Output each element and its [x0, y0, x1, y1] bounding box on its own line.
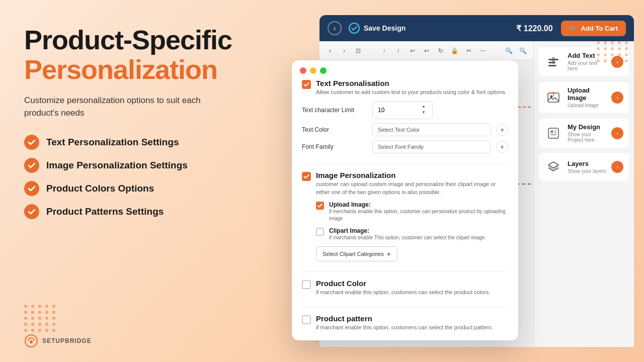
- stepper-up[interactable]: ▲: [420, 105, 427, 110]
- undo-btn[interactable]: ↑: [379, 45, 390, 56]
- upload-image-title: Upload Image: [568, 86, 606, 102]
- product-color-info: Product Color if marchant enable this op…: [316, 279, 491, 296]
- clipart-image-sub-label: Clipart Image:: [329, 227, 486, 234]
- text-personalization-section: Text Personalisation Allow customer to a…: [302, 79, 508, 153]
- more-btn[interactable]: ⋯: [477, 45, 489, 56]
- svg-rect-15: [550, 134, 556, 135]
- settings-modal: Text Personalisation Allow customer to a…: [292, 60, 518, 340]
- font-family-placeholder: Select Font Family: [378, 144, 424, 150]
- divider-3: [302, 307, 508, 307]
- my-design-sub: Show your Project here: [568, 132, 606, 143]
- headline: Product-Specific Personalization: [24, 25, 246, 85]
- layers-title: Layers: [568, 160, 606, 167]
- feature-item-3: Product Colors Options: [24, 181, 246, 196]
- upload-image-arrow[interactable]: ›: [611, 92, 623, 104]
- image-section-desc: customer can upload custom image and per…: [316, 180, 508, 196]
- canvas-sub-toolbar: ‹ › ⊡ ↑ ↑ ↩ ↩ ↻ 🔒 ✂ ⋯ 🔍 🔍: [319, 41, 533, 60]
- feature-text-2: Image Personalization Settings: [46, 160, 188, 171]
- product-color-header: Product Color if marchant enable this op…: [302, 279, 508, 296]
- logo: SETUPBRIDGE: [24, 334, 92, 348]
- product-color-checkbox[interactable]: [302, 280, 311, 289]
- feature-item-2: Image Personalization Settings: [24, 158, 246, 173]
- product-color-desc: if marchant enable this option, customer…: [316, 289, 491, 296]
- my-design-arrow[interactable]: ›: [611, 127, 623, 139]
- divider-1: [302, 163, 508, 164]
- upload-panel-icon: [544, 88, 562, 107]
- svg-rect-12: [550, 130, 553, 133]
- panel-item-layers[interactable]: Layers Show your layers ›: [538, 152, 630, 182]
- next-btn[interactable]: ›: [339, 45, 350, 56]
- lock-btn[interactable]: 🔒: [449, 45, 460, 56]
- text-section-info: Text Personalisation Allow customer to a…: [316, 79, 507, 96]
- redo-btn[interactable]: ↩: [407, 45, 418, 56]
- rotate-btn[interactable]: ↻: [435, 45, 446, 56]
- check-icon-2: [24, 158, 39, 173]
- upload-image-sub: Upload image: [568, 103, 606, 108]
- product-pattern-info: Product pattern if marchant enable this …: [316, 314, 493, 331]
- stepper-down[interactable]: ▼: [420, 111, 427, 116]
- clipart-categories-btn[interactable]: Select Clipart Categories +: [316, 246, 397, 261]
- text-section-desc: Allow customer to add custom text to you…: [316, 88, 507, 96]
- layers-info: Layers Show your layers: [568, 160, 606, 174]
- prev-btn[interactable]: ‹: [325, 45, 336, 56]
- text-color-select[interactable]: Select Text Color: [372, 123, 491, 136]
- upload-image-sub-label: Upload Image:: [329, 201, 508, 208]
- text-section-header: Text Personalisation Allow customer to a…: [302, 79, 508, 96]
- clipart-image-checkbox[interactable]: [316, 228, 324, 236]
- layers-arrow[interactable]: ›: [611, 161, 623, 173]
- text-color-row: Text Color Select Text Color +: [302, 123, 508, 136]
- modal-body: Text Personalisation Allow customer to a…: [292, 79, 518, 340]
- feature-item-1: Text Personalization Settings: [24, 135, 246, 150]
- undo2-btn[interactable]: ↑: [393, 45, 404, 56]
- svg-rect-8: [552, 57, 555, 64]
- svg-point-1: [30, 340, 33, 343]
- dot-pattern-bottom-left: [24, 305, 56, 332]
- price-display: ₹ 1220.00: [516, 24, 552, 33]
- close-traffic-light[interactable]: [300, 67, 306, 74]
- back-button[interactable]: ‹: [328, 21, 342, 35]
- headline-line1: Product-Specific: [24, 25, 232, 55]
- maximize-traffic-light[interactable]: [320, 67, 327, 74]
- headline-line2: Personalization: [24, 54, 217, 84]
- clipart-image-sub-info: Clipart Image: if marchants enable This …: [329, 227, 486, 241]
- right-section: ‹ Save Design ₹ 1220.00 🛒 Add To Cart ‹ …: [292, 15, 634, 347]
- upload-image-info: Upload Image Upload image: [568, 86, 606, 108]
- image-section-header: Image Personalization customer can uploa…: [302, 171, 508, 196]
- right-panel: Add Text Add your text here › Upload Ima…: [533, 41, 634, 347]
- panel-item-my-design[interactable]: My Design Show your Project here ›: [538, 118, 630, 148]
- upload-image-checkbox[interactable]: [316, 202, 324, 210]
- product-pattern-checkbox[interactable]: [302, 315, 311, 324]
- minimize-traffic-light[interactable]: [310, 67, 316, 74]
- add-to-cart-button[interactable]: 🛒 Add To Cart: [561, 21, 626, 36]
- text-color-add-btn[interactable]: +: [496, 124, 508, 136]
- frame-btn[interactable]: ⊡: [353, 45, 364, 56]
- product-pattern-title: Product pattern: [316, 314, 493, 323]
- cart-icon: 🛒: [569, 25, 577, 32]
- image-section-checkbox[interactable]: [302, 172, 311, 181]
- save-design-button[interactable]: Save Design: [349, 23, 406, 34]
- text-color-label: Text Color: [302, 126, 367, 133]
- font-family-add-btn[interactable]: +: [496, 141, 508, 153]
- clipart-image-sub-desc: if marchants enable This option, custome…: [329, 234, 486, 241]
- text-section-checkbox[interactable]: [302, 80, 311, 89]
- char-limit-stepper[interactable]: ▲ ▼: [420, 105, 427, 116]
- zoom-out-btn[interactable]: 🔍: [503, 45, 514, 56]
- layers-panel-icon: [544, 158, 562, 176]
- svg-rect-11: [548, 128, 558, 138]
- svg-rect-13: [554, 130, 556, 131]
- font-family-label: Font Family: [302, 143, 367, 150]
- zoom-in-btn[interactable]: 🔍: [517, 45, 528, 56]
- feature-list: Text Personalization Settings Image Pers…: [24, 135, 246, 219]
- font-family-select[interactable]: Select Font Family: [372, 140, 491, 153]
- upload-image-sub-row: Upload Image: if merchants enable this o…: [302, 201, 508, 222]
- my-design-title: My Design: [568, 123, 606, 131]
- clipart-image-sub-row: Clipart Image: if marchants enable This …: [302, 227, 508, 241]
- crop-btn[interactable]: ✂: [463, 45, 474, 56]
- char-limit-input[interactable]: 10 ▲ ▼: [372, 101, 433, 119]
- panel-item-upload-image[interactable]: Upload Image Upload image ›: [538, 81, 630, 114]
- char-limit-value: 10: [378, 107, 384, 114]
- product-pattern-desc: if marchant enable this option, customer…: [316, 324, 493, 331]
- redo2-btn[interactable]: ↩: [421, 45, 432, 56]
- feature-text-4: Product Patterns Settings: [46, 206, 164, 217]
- product-pattern-section: Product pattern if marchant enable this …: [302, 314, 508, 331]
